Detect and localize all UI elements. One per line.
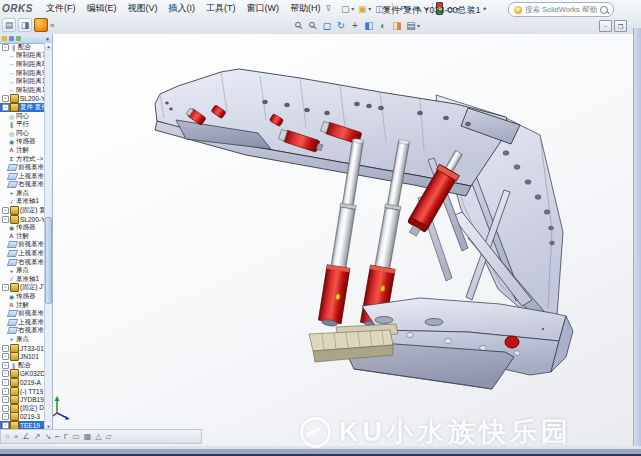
view-orientation-button[interactable]: ▤▾ — [405, 19, 421, 31]
rectangle-icon[interactable]: ▭ — [72, 430, 80, 443]
expand-icon[interactable]: + — [2, 95, 9, 102]
tree-item[interactable]: 右视基准面 — [0, 258, 45, 267]
tree-item[interactable]: ◉传感器 — [0, 223, 45, 232]
zoom-to-area-button[interactable]: ◻ — [321, 19, 333, 31]
tree-item[interactable]: 前视基准面 — [0, 309, 45, 318]
insert-components-button[interactable]: ▤ — [2, 18, 16, 32]
tree-item[interactable]: 右视基准面 — [0, 181, 45, 190]
expand-icon[interactable]: + — [2, 422, 9, 429]
expand-icon[interactable]: + — [2, 44, 9, 51]
tree-item[interactable]: +∥配合 — [0, 361, 45, 370]
shaded-with-edges-button[interactable]: ◧ — [363, 19, 375, 31]
angle-icon[interactable]: ∠ — [23, 430, 30, 443]
grid-icon[interactable]: ▦ — [84, 430, 92, 443]
tree-item[interactable]: +(-) TT19 — [0, 387, 45, 396]
scrollbar-thumb[interactable] — [45, 217, 52, 304]
tree-item[interactable]: +复件 复件 — [0, 103, 45, 112]
menu-item[interactable]: 工具(T) — [205, 2, 237, 15]
panel-dropdown-icon[interactable]: ▼ — [45, 36, 50, 42]
tree-item[interactable]: +JT33-01 — [0, 344, 45, 353]
tree-item[interactable]: +原点 — [0, 335, 45, 344]
arrow-ne-icon[interactable]: ↗ — [34, 430, 41, 443]
zoom-in-out-button[interactable]: ⚲ — [293, 19, 305, 31]
help-search-box[interactable]: ? 搜索 SolidWorks 帮助 — [508, 2, 614, 17]
toolbar-overflow-icon[interactable]: » — [50, 21, 54, 30]
help-sphere-button[interactable] — [34, 18, 48, 32]
scroll-up-icon[interactable]: ▲ — [45, 43, 52, 50]
tree-item[interactable]: +SL200-Y033 — [0, 215, 45, 224]
tree-item[interactable]: A注解 — [0, 146, 45, 155]
expand-icon[interactable]: + — [2, 405, 9, 412]
featuremanager-tab-icon[interactable] — [2, 36, 7, 41]
tree-item[interactable]: +原点 — [0, 266, 45, 275]
tree-item[interactable]: 右视基准面 — [0, 327, 45, 336]
tree-item[interactable]: +JN101 — [0, 352, 45, 361]
tree-item[interactable]: ∕基准轴1 — [0, 275, 45, 284]
circle-icon[interactable]: ○ — [5, 430, 10, 443]
menu-item[interactable]: 编辑(E) — [85, 2, 117, 15]
expand-icon[interactable]: + — [2, 396, 9, 403]
tree-item[interactable]: 前视基准面 — [0, 241, 45, 250]
tree-item[interactable]: 上视基准面 — [0, 249, 45, 258]
tree-item[interactable]: +0219-3 — [0, 413, 45, 422]
expand-icon[interactable]: + — [2, 370, 9, 377]
tree-scrollbar[interactable]: ▲ ▼ — [44, 43, 52, 430]
dropdown-caret-icon[interactable]: ▾ — [417, 22, 420, 29]
tree-item[interactable]: +原点 — [0, 189, 45, 198]
tree-item[interactable]: 上视基准面 — [0, 318, 45, 327]
menu-item[interactable]: 帮助(H) — [289, 2, 322, 15]
configuration-tab-icon[interactable] — [16, 36, 21, 41]
corner-icon[interactable]: ⌐ — [55, 430, 60, 443]
expand-icon[interactable]: + — [2, 104, 9, 111]
tree-item[interactable]: ◉传感器 — [0, 292, 45, 301]
tree-item[interactable]: ◎同心 — [0, 112, 45, 121]
tree-item[interactable]: A注解 — [0, 232, 45, 241]
tree-item[interactable]: ↔限制距离8 — [0, 60, 45, 69]
tree-item[interactable]: A注解 — [0, 301, 45, 310]
cross-icon[interactable]: × — [14, 430, 19, 443]
menu-item[interactable]: 视图(V) — [126, 2, 158, 15]
tree-item[interactable]: ∥平行 — [0, 120, 45, 129]
minimize-document-button[interactable]: – — [599, 20, 612, 32]
tree-item[interactable]: +GK032D — [0, 370, 45, 379]
tree-item[interactable]: ◉传感器 — [0, 138, 45, 147]
tree-item[interactable]: +∥配合 — [0, 43, 45, 52]
pan-view-button[interactable]: + — [349, 19, 361, 31]
tree-item[interactable]: +(固定) JT33 — [0, 284, 45, 293]
mate-button[interactable]: ◨ — [18, 18, 32, 32]
expand-icon[interactable]: + — [2, 345, 9, 352]
tree-item[interactable]: 上视基准面 — [0, 172, 45, 181]
tree-item[interactable]: 前视基准面 — [0, 163, 45, 172]
menu-pin-icon[interactable]: ⊽ — [325, 4, 331, 13]
tree-item[interactable]: ↔限制距离7 — [0, 52, 45, 61]
menu-item[interactable]: 窗口(W) — [245, 2, 280, 15]
expand-icon[interactable]: + — [2, 379, 9, 386]
menu-item[interactable]: 插入(I) — [167, 2, 196, 15]
section-view-button[interactable]: ◨ — [391, 19, 403, 31]
search-icon[interactable] — [600, 6, 608, 14]
expand-icon[interactable]: + — [2, 413, 9, 420]
tree-item[interactable]: +JYDB19 — [0, 395, 45, 404]
zoom-to-fit-button[interactable]: ⚲ — [307, 19, 319, 31]
tree-item[interactable]: Σ方程式 -> — [0, 155, 45, 164]
tree-item[interactable]: ↔限制距离10 — [0, 77, 45, 86]
tree-item[interactable]: +(固定) 复件 — [0, 206, 45, 215]
expand-icon[interactable]: + — [2, 353, 9, 360]
model-viewport[interactable] — [53, 34, 634, 446]
rotate-view-button[interactable]: ↻ — [335, 19, 347, 31]
tree-item[interactable]: ↔限制距离11 — [0, 86, 45, 95]
expand-icon[interactable]: + — [2, 362, 9, 369]
tree-item[interactable]: ∕基准轴1 — [0, 198, 45, 207]
profile-icon[interactable]: Γ — [64, 430, 68, 443]
expand-icon[interactable]: + — [2, 207, 9, 214]
apply-scene-button[interactable]: ◐ — [377, 19, 389, 31]
tree-item[interactable]: +0219-A — [0, 378, 45, 387]
triangle-icon[interactable]: △ — [95, 430, 101, 443]
restore-document-button[interactable]: ❒ — [614, 20, 627, 32]
expand-icon[interactable]: + — [2, 388, 9, 395]
expand-icon[interactable]: + — [2, 216, 9, 223]
arrow-se-icon[interactable]: ↘ — [44, 430, 51, 443]
tree-item[interactable]: ◎同心 — [0, 129, 45, 138]
tree-item[interactable]: ↔限制距离9 — [0, 69, 45, 78]
tree-item[interactable]: +SL200-Y033-2 — [0, 95, 45, 104]
